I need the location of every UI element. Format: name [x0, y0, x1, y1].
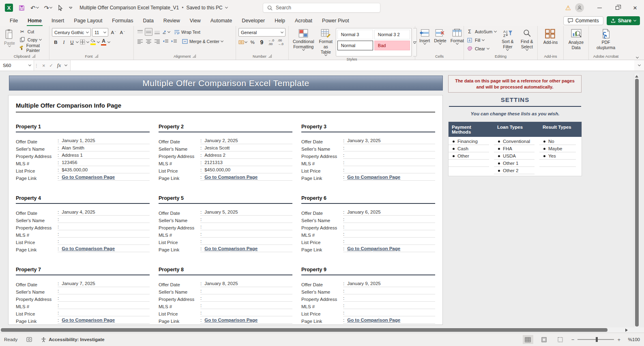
cancel-icon[interactable]: ×: [42, 63, 45, 69]
account-avatar[interactable]: [575, 3, 584, 12]
zoom-in-icon[interactable]: +: [617, 337, 620, 343]
scroll-right-icon[interactable]: [625, 329, 628, 332]
orientation-button[interactable]: ab: [162, 28, 170, 36]
horizontal-scrollbar[interactable]: [0, 327, 644, 333]
zoom-level[interactable]: %100: [626, 337, 640, 342]
format-cells-button[interactable]: Format: [449, 28, 466, 53]
comparison-page-link[interactable]: Go to Comparison Page: [204, 318, 258, 322]
tab-insert[interactable]: Insert: [47, 16, 69, 26]
percent-style-button[interactable]: %: [249, 38, 256, 46]
accessibility-status[interactable]: Accessibility: Investigate: [41, 337, 104, 342]
fill-color-chevron-icon[interactable]: [97, 40, 100, 43]
enter-icon[interactable]: ✓: [49, 63, 53, 68]
number-dialog-launcher-icon[interactable]: [268, 54, 272, 58]
font-family-select[interactable]: Century Gothic: [52, 28, 91, 37]
increase-indent-icon[interactable]: [170, 37, 178, 45]
fill-color-button[interactable]: [89, 38, 97, 46]
format-painter-button[interactable]: Format Painter: [19, 44, 47, 51]
align-left-icon[interactable]: [136, 37, 144, 45]
increase-decimal-button[interactable]: ←.0.00: [267, 38, 275, 46]
sort-filter-button[interactable]: AZ Sort & Filter: [500, 28, 515, 53]
cut-button[interactable]: ✂Cut: [19, 28, 47, 35]
tab-help[interactable]: Help: [270, 16, 290, 26]
tab-acrobat[interactable]: Acrobat: [290, 16, 317, 26]
share-button[interactable]: Share: [607, 16, 640, 25]
redo-icon[interactable]: ↷: [44, 5, 52, 11]
page-layout-view-icon[interactable]: [539, 335, 550, 344]
comparison-page-link[interactable]: Go to Comparison Page: [347, 175, 400, 179]
tab-automate[interactable]: Automate: [206, 16, 237, 26]
analyze-data-button[interactable]: Analyze Data: [566, 28, 586, 53]
align-top-icon[interactable]: [136, 28, 144, 36]
save-status-chevron-icon[interactable]: [225, 6, 228, 9]
zoom-out-icon[interactable]: −: [571, 337, 575, 343]
clipboard-dialog-launcher-icon[interactable]: [32, 54, 35, 58]
page-break-view-icon[interactable]: [555, 335, 566, 344]
vertical-scrollbar[interactable]: [634, 74, 639, 327]
merge-center-button[interactable]: Merge & Center: [182, 37, 223, 45]
style-normal[interactable]: Normal: [337, 41, 373, 50]
font-size-select[interactable]: 11: [92, 28, 108, 37]
format-as-table-button[interactable]: Format as Table: [318, 28, 334, 56]
wrap-text-button[interactable]: Wrap Text: [174, 28, 200, 36]
comparison-page-link[interactable]: Go to Comparison Page: [62, 246, 115, 251]
tab-file[interactable]: File: [5, 16, 23, 26]
horizontal-scroll-thumb[interactable]: [1, 328, 608, 332]
fill-button[interactable]: Fill: [466, 37, 496, 43]
warning-icon[interactable]: ⚠: [565, 4, 571, 12]
comments-button[interactable]: Comments: [563, 16, 603, 25]
style-bad[interactable]: Bad: [374, 41, 410, 50]
clear-button[interactable]: Clear: [466, 45, 496, 52]
borders-chevron-icon[interactable]: [86, 40, 89, 43]
underline-button[interactable]: U: [68, 38, 76, 46]
search-input[interactable]: Search: [263, 3, 380, 13]
style-normal-3[interactable]: Normal 3: [337, 30, 373, 39]
save-status[interactable]: Saved to this PC: [186, 5, 222, 11]
comparison-page-link[interactable]: Go to Comparison Page: [347, 318, 400, 322]
comparison-page-link[interactable]: Go to Comparison Page: [204, 175, 258, 179]
comparison-page-link[interactable]: Go to Comparison Page: [62, 175, 115, 179]
delete-cells-button[interactable]: Delete: [432, 28, 448, 53]
autosum-button[interactable]: ΣAutoSum: [466, 28, 496, 35]
find-select-button[interactable]: Find & Select: [519, 28, 535, 53]
align-right-icon[interactable]: [153, 37, 161, 45]
italic-button[interactable]: I: [60, 38, 68, 46]
name-box[interactable]: S60: [0, 60, 34, 71]
close-button[interactable]: ×: [626, 0, 644, 15]
tab-view[interactable]: View: [185, 16, 206, 26]
pointer-mode-icon[interactable]: [58, 5, 63, 11]
addins-button[interactable]: Add-ins: [542, 28, 560, 53]
collapse-ribbon-icon[interactable]: [636, 56, 639, 58]
font-color-chevron-icon[interactable]: [107, 40, 110, 43]
tab-formulas[interactable]: Formulas: [107, 16, 138, 26]
align-middle-icon[interactable]: [145, 28, 152, 36]
decrease-font-size-button[interactable]: Aˇ: [118, 28, 126, 36]
underline-chevron-icon[interactable]: [76, 40, 79, 43]
style-normal-3-2[interactable]: Normal 3 2: [374, 30, 410, 39]
alignment-dialog-launcher-icon[interactable]: [193, 54, 196, 58]
expand-formula-bar-icon[interactable]: [638, 63, 640, 66]
tab-review[interactable]: Review: [159, 16, 185, 26]
decrease-indent-icon[interactable]: [162, 37, 170, 45]
paste-button[interactable]: Paste: [2, 28, 17, 53]
align-bottom-icon[interactable]: [153, 28, 161, 36]
conditional-formatting-button[interactable]: Conditional Formatting: [291, 28, 316, 56]
save-icon[interactable]: [19, 5, 25, 11]
restore-button[interactable]: [608, 0, 626, 15]
tab-power-pivot[interactable]: Power Pivot: [317, 16, 354, 26]
zoom-slider-thumb[interactable]: [596, 337, 598, 342]
font-color-button[interactable]: A: [100, 38, 107, 46]
insert-function-icon[interactable]: fx: [57, 62, 61, 69]
comma-style-button[interactable]: 9: [258, 38, 266, 46]
increase-font-size-button[interactable]: Aˆ: [109, 28, 117, 36]
tab-page-layout[interactable]: Page Layout: [69, 16, 107, 26]
copy-button[interactable]: Copy: [19, 36, 47, 43]
macro-record-icon[interactable]: [26, 337, 32, 342]
minimize-button[interactable]: [590, 0, 608, 15]
normal-view-icon[interactable]: [523, 335, 533, 344]
borders-button[interactable]: [79, 38, 86, 46]
tab-home[interactable]: Home: [23, 16, 47, 26]
vertical-scroll-thumb[interactable]: [635, 79, 639, 327]
decrease-decimal-button[interactable]: .00→.0: [277, 38, 284, 46]
comparison-page-link[interactable]: Go to Comparison Page: [347, 246, 400, 251]
